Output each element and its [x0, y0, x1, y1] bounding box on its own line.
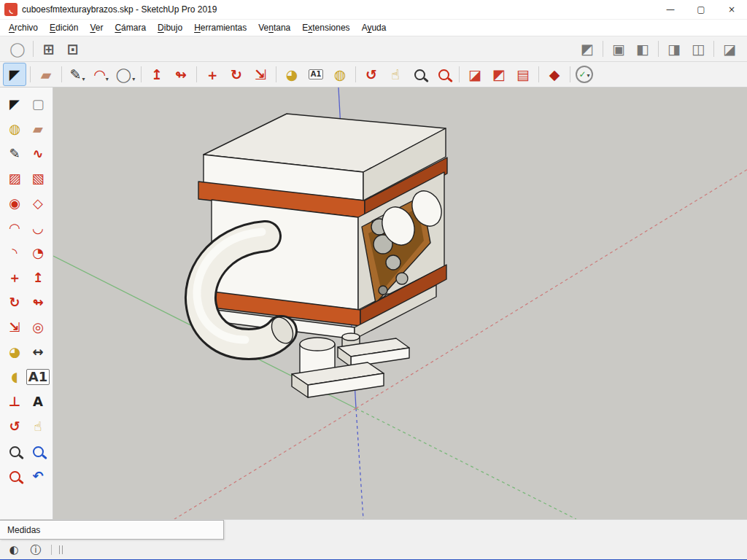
menu-bar: ArchivoEdiciónVerCámaraDibujoHerramienta… [0, 20, 747, 36]
menu-extensiones[interactable]: Extensiones [296, 20, 355, 35]
eraser-tool[interactable]: ▰ [34, 63, 58, 86]
dimension-tool[interactable]: ↔ [26, 341, 50, 364]
title-bar: ◟ cuboesfmtexturaybrazos.skp - SketchUp … [0, 0, 747, 20]
pan-tool[interactable]: ☝ [26, 415, 50, 438]
rectangle-tool[interactable]: ▨ [3, 167, 26, 190]
view-right-icon[interactable]: ◨ [662, 37, 686, 61]
model[interactable] [197, 114, 447, 397]
menu-edición[interactable]: Edición [44, 20, 84, 35]
three-point-arc-tool[interactable]: ◝ [3, 241, 26, 265]
minimize-button[interactable]: — [655, 0, 686, 19]
followme-tool[interactable]: ↬ [26, 291, 50, 314]
line-tool[interactable]: ✎▾ [66, 63, 89, 86]
shapes-tool[interactable]: ◯▾ [114, 63, 137, 86]
rotate-tool[interactable]: ↻ [225, 63, 248, 86]
tape-measure-tool[interactable]: ◕ [3, 341, 26, 364]
leg-cylinder-top [300, 338, 335, 351]
line-tool[interactable]: ✎ [3, 142, 26, 166]
freehand-tool[interactable]: ∿ [26, 142, 50, 166]
text-tool[interactable]: A1 [26, 365, 50, 389]
menu-ayuda[interactable]: Ayuda [356, 20, 392, 35]
geolocation-icon[interactable]: ◐ [6, 542, 22, 558]
eraser-tool[interactable]: ▰ [26, 117, 50, 141]
status-separator [51, 545, 52, 555]
status-drag-handle[interactable] [59, 545, 63, 554]
pan-tool[interactable]: ☝ [384, 63, 407, 86]
select-tool[interactable]: ◤ [3, 93, 26, 116]
view-left-icon[interactable]: ◪ [718, 37, 741, 61]
section-fill-tool[interactable]: ▤ [511, 63, 535, 86]
large-tool-set: ◤▢◍▰✎∿▨▧◉◇◠◡◝◔＋↥↻↬⇲◎◕↔◖A1⊥A↺☝↶ [0, 88, 53, 519]
scale-tool[interactable]: ⇲ [249, 63, 272, 86]
polygon-tool[interactable]: ◇ [26, 192, 50, 215]
window-controls: —▢× [655, 0, 747, 19]
protractor-tool[interactable]: ◖ [3, 365, 26, 389]
main-toolbar: ◤▰✎▾◠▾◯▾↥↬＋↻⇲◕A1◍↺☝◪◩▤◆✓▾ [0, 61, 747, 88]
move-tool[interactable]: ＋ [201, 63, 224, 86]
rotate-tool[interactable]: ↻ [3, 291, 26, 314]
model-scene [53, 88, 747, 519]
zoom-window-tool[interactable] [26, 440, 50, 463]
view-back-icon[interactable]: ◫ [686, 37, 710, 61]
toolbar-separator [603, 41, 603, 57]
orbit-tool[interactable]: ↺ [360, 63, 383, 86]
menu-cámara[interactable]: Cámara [109, 20, 152, 35]
shapes-tool-dropdown[interactable]: ▾ [132, 76, 135, 85]
tape-measure-tool[interactable]: ◕ [280, 63, 303, 86]
account-button[interactable]: ✓▾ [576, 66, 593, 83]
zoom-tool[interactable] [408, 63, 431, 86]
restore-button[interactable]: ▢ [686, 0, 716, 19]
selection-edit-tool[interactable]: ⊡ [61, 37, 85, 61]
text-tool[interactable]: A1 [304, 63, 328, 86]
credits-icon[interactable]: ⓘ [28, 542, 44, 558]
two-point-arc-tool[interactable]: ◡ [26, 217, 50, 240]
line-tool-dropdown[interactable]: ▾ [82, 76, 85, 85]
menu-herramientas[interactable]: Herramientas [188, 20, 252, 35]
toolbar-separator [33, 41, 34, 57]
measurements-input[interactable]: Medidas [0, 520, 224, 540]
offset-tool[interactable]: ◎ [26, 316, 50, 339]
component-tool[interactable]: ◯ [6, 37, 29, 61]
pushpull-tool[interactable]: ↥ [26, 266, 50, 289]
menu-ventana[interactable]: Ventana [252, 20, 296, 35]
menu-archivo[interactable]: Archivo [3, 20, 44, 35]
selection-add-tool[interactable]: ⊞ [37, 37, 61, 61]
pushpull-tool[interactable]: ↥ [145, 63, 169, 86]
arc-tool-dropdown[interactable]: ▾ [106, 76, 109, 85]
zoom-extents-tool[interactable] [432, 63, 455, 86]
pie-tool[interactable]: ◔ [26, 241, 50, 265]
followme-tool[interactable]: ↬ [169, 63, 193, 86]
styles-tool[interactable]: ◆ [543, 63, 566, 86]
toolbar-separator [355, 66, 356, 82]
rotated-rectangle-tool[interactable]: ▧ [26, 167, 50, 190]
view-top-icon[interactable]: ▣ [607, 37, 630, 61]
circle-tool[interactable]: ◉ [3, 192, 26, 215]
section-display-tool[interactable]: ◩ [487, 63, 511, 86]
account-button-dropdown[interactable]: ▾ [587, 72, 590, 82]
paint-bucket-tool[interactable]: ◍ [328, 63, 352, 86]
paint-bucket-tool[interactable]: ◍ [3, 117, 26, 141]
viewport-canvas[interactable] [53, 88, 747, 519]
toolbar-separator [61, 66, 62, 82]
three-d-text-tool[interactable]: A [26, 390, 50, 413]
toolbar-separator [30, 66, 31, 82]
menu-dibujo[interactable]: Dibujo [152, 20, 188, 35]
arc-tool[interactable]: ◠▾ [90, 63, 113, 86]
views-toolbar: ◩▣◧◨◫◪ [576, 37, 741, 61]
close-button[interactable]: × [716, 0, 747, 19]
measurements-row: Medidas [0, 519, 747, 540]
zoom-extents-tool[interactable] [3, 464, 26, 488]
orbit-tool[interactable]: ↺ [3, 415, 26, 438]
arc-tool[interactable]: ◠ [3, 217, 26, 240]
view-front-icon[interactable]: ◧ [631, 37, 654, 61]
zoom-tool[interactable] [3, 440, 26, 463]
move-tool[interactable]: ＋ [3, 266, 26, 289]
view-iso-icon[interactable]: ◩ [576, 37, 599, 61]
make-component-tool[interactable]: ▢ [26, 93, 50, 116]
axes-tool[interactable]: ⊥ [3, 390, 26, 413]
section-plane-tool[interactable]: ◪ [463, 63, 487, 86]
menu-ver[interactable]: Ver [84, 20, 109, 35]
scale-tool[interactable]: ⇲ [3, 316, 26, 339]
previous-view-tool[interactable]: ↶ [26, 464, 50, 488]
select-tool[interactable]: ◤ [3, 63, 26, 86]
